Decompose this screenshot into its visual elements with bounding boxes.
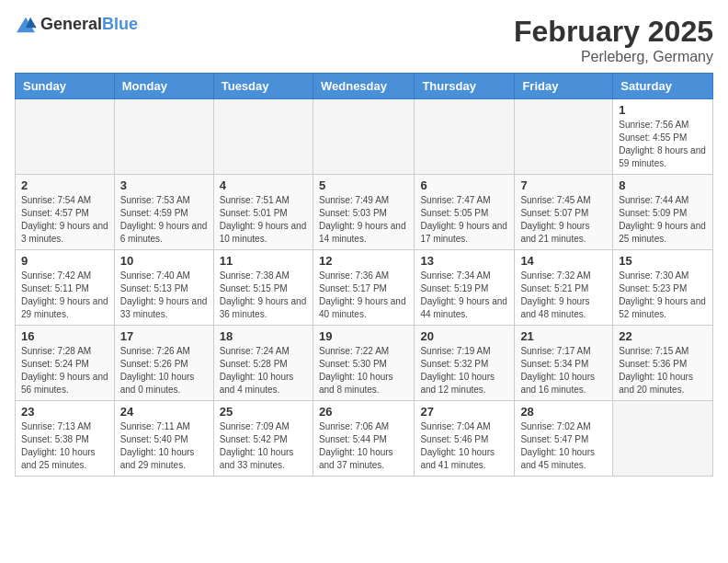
day-info: Sunrise: 7:34 AM Sunset: 5:19 PM Dayligh…: [420, 270, 508, 321]
calendar-cell: 21Sunrise: 7:17 AM Sunset: 5:34 PM Dayli…: [515, 326, 613, 401]
calendar-cell: [613, 401, 713, 477]
calendar-cell: [213, 99, 313, 175]
day-number: 15: [619, 254, 707, 268]
weekday-header-sunday: Sunday: [16, 74, 115, 99]
calendar-cell: 23Sunrise: 7:13 AM Sunset: 5:38 PM Dayli…: [16, 401, 115, 477]
day-number: 20: [420, 329, 508, 343]
day-number: 3: [120, 178, 208, 192]
logo-general-text: General: [40, 15, 102, 33]
week-row-5: 23Sunrise: 7:13 AM Sunset: 5:38 PM Dayli…: [16, 401, 713, 477]
day-info: Sunrise: 7:15 AM Sunset: 5:36 PM Dayligh…: [619, 345, 707, 396]
day-info: Sunrise: 7:09 AM Sunset: 5:42 PM Dayligh…: [220, 420, 307, 472]
month-title: February 2025: [514, 15, 713, 49]
day-info: Sunrise: 7:51 AM Sunset: 5:01 PM Dayligh…: [220, 194, 307, 246]
calendar-cell: 19Sunrise: 7:22 AM Sunset: 5:30 PM Dayli…: [313, 326, 414, 401]
day-number: 2: [21, 178, 108, 192]
calendar-cell: 7Sunrise: 7:45 AM Sunset: 5:07 PM Daylig…: [515, 175, 613, 250]
calendar-cell: [515, 99, 613, 175]
calendar-cell: 2Sunrise: 7:54 AM Sunset: 4:57 PM Daylig…: [16, 175, 115, 250]
calendar-cell: 10Sunrise: 7:40 AM Sunset: 5:13 PM Dayli…: [114, 250, 213, 326]
day-number: 26: [319, 405, 408, 419]
day-info: Sunrise: 7:19 AM Sunset: 5:32 PM Dayligh…: [420, 345, 508, 396]
day-info: Sunrise: 7:11 AM Sunset: 5:40 PM Dayligh…: [120, 420, 208, 472]
day-number: 19: [319, 329, 408, 343]
day-number: 17: [120, 329, 208, 343]
weekday-header-saturday: Saturday: [613, 74, 713, 99]
day-info: Sunrise: 7:30 AM Sunset: 5:23 PM Dayligh…: [619, 270, 707, 321]
logo-blue-text: Blue: [102, 15, 138, 33]
page-header: GeneralBlue February 2025 Perleberg, Ger…: [15, 15, 713, 65]
day-info: Sunrise: 7:13 AM Sunset: 5:38 PM Dayligh…: [21, 420, 108, 472]
day-info: Sunrise: 7:47 AM Sunset: 5:05 PM Dayligh…: [420, 194, 508, 246]
day-number: 11: [220, 254, 307, 268]
day-info: Sunrise: 7:04 AM Sunset: 5:46 PM Dayligh…: [420, 420, 508, 472]
location-title: Perleberg, Germany: [514, 49, 713, 65]
day-number: 5: [319, 178, 408, 192]
week-row-4: 16Sunrise: 7:28 AM Sunset: 5:24 PM Dayli…: [16, 326, 713, 401]
calendar-cell: 1Sunrise: 7:56 AM Sunset: 4:55 PM Daylig…: [613, 99, 713, 175]
day-info: Sunrise: 7:24 AM Sunset: 5:28 PM Dayligh…: [220, 345, 307, 396]
calendar-cell: [313, 99, 414, 175]
calendar-cell: 5Sunrise: 7:49 AM Sunset: 5:03 PM Daylig…: [313, 175, 414, 250]
day-number: 8: [619, 178, 707, 192]
day-number: 16: [21, 329, 108, 343]
day-info: Sunrise: 7:32 AM Sunset: 5:21 PM Dayligh…: [520, 270, 607, 321]
day-info: Sunrise: 7:36 AM Sunset: 5:17 PM Dayligh…: [319, 270, 408, 321]
calendar-cell: [415, 99, 515, 175]
day-info: Sunrise: 7:17 AM Sunset: 5:34 PM Dayligh…: [520, 345, 607, 396]
day-info: Sunrise: 7:45 AM Sunset: 5:07 PM Dayligh…: [520, 194, 607, 246]
calendar-cell: 6Sunrise: 7:47 AM Sunset: 5:05 PM Daylig…: [415, 175, 515, 250]
weekday-header-tuesday: Tuesday: [213, 74, 313, 99]
calendar-cell: 4Sunrise: 7:51 AM Sunset: 5:01 PM Daylig…: [213, 175, 313, 250]
calendar-cell: [114, 99, 213, 175]
day-info: Sunrise: 7:22 AM Sunset: 5:30 PM Dayligh…: [319, 345, 408, 396]
day-info: Sunrise: 7:56 AM Sunset: 4:55 PM Dayligh…: [619, 119, 707, 170]
calendar-cell: 18Sunrise: 7:24 AM Sunset: 5:28 PM Dayli…: [213, 326, 313, 401]
weekday-header-row: SundayMondayTuesdayWednesdayThursdayFrid…: [16, 74, 713, 99]
day-number: 14: [520, 254, 607, 268]
calendar-cell: 28Sunrise: 7:02 AM Sunset: 5:47 PM Dayli…: [515, 401, 613, 477]
calendar-cell: 27Sunrise: 7:04 AM Sunset: 5:46 PM Dayli…: [415, 401, 515, 477]
calendar-cell: 25Sunrise: 7:09 AM Sunset: 5:42 PM Dayli…: [213, 401, 313, 477]
day-number: 12: [319, 254, 408, 268]
calendar-cell: 3Sunrise: 7:53 AM Sunset: 4:59 PM Daylig…: [114, 175, 213, 250]
calendar-cell: 11Sunrise: 7:38 AM Sunset: 5:15 PM Dayli…: [213, 250, 313, 326]
week-row-3: 9Sunrise: 7:42 AM Sunset: 5:11 PM Daylig…: [16, 250, 713, 326]
calendar-cell: [16, 99, 115, 175]
day-info: Sunrise: 7:54 AM Sunset: 4:57 PM Dayligh…: [21, 194, 108, 246]
logo-icon: [15, 16, 37, 34]
calendar-table: SundayMondayTuesdayWednesdayThursdayFrid…: [15, 73, 713, 477]
calendar-cell: 16Sunrise: 7:28 AM Sunset: 5:24 PM Dayli…: [16, 326, 115, 401]
weekday-header-thursday: Thursday: [415, 74, 515, 99]
day-info: Sunrise: 7:38 AM Sunset: 5:15 PM Dayligh…: [220, 270, 307, 321]
calendar-cell: 17Sunrise: 7:26 AM Sunset: 5:26 PM Dayli…: [114, 326, 213, 401]
calendar-cell: 8Sunrise: 7:44 AM Sunset: 5:09 PM Daylig…: [613, 175, 713, 250]
day-info: Sunrise: 7:28 AM Sunset: 5:24 PM Dayligh…: [21, 345, 108, 396]
day-info: Sunrise: 7:53 AM Sunset: 4:59 PM Dayligh…: [120, 194, 208, 246]
day-info: Sunrise: 7:26 AM Sunset: 5:26 PM Dayligh…: [120, 345, 208, 396]
calendar-cell: 24Sunrise: 7:11 AM Sunset: 5:40 PM Dayli…: [114, 401, 213, 477]
calendar-cell: 20Sunrise: 7:19 AM Sunset: 5:32 PM Dayli…: [415, 326, 515, 401]
day-number: 4: [220, 178, 307, 192]
day-number: 1: [619, 103, 707, 117]
weekday-header-monday: Monday: [114, 74, 213, 99]
day-number: 10: [120, 254, 208, 268]
calendar-cell: 12Sunrise: 7:36 AM Sunset: 5:17 PM Dayli…: [313, 250, 414, 326]
day-number: 22: [619, 329, 707, 343]
day-number: 7: [520, 178, 607, 192]
weekday-header-friday: Friday: [515, 74, 613, 99]
calendar-cell: 14Sunrise: 7:32 AM Sunset: 5:21 PM Dayli…: [515, 250, 613, 326]
calendar-cell: 22Sunrise: 7:15 AM Sunset: 5:36 PM Dayli…: [613, 326, 713, 401]
day-number: 18: [220, 329, 307, 343]
title-area: February 2025 Perleberg, Germany: [514, 15, 713, 65]
week-row-2: 2Sunrise: 7:54 AM Sunset: 4:57 PM Daylig…: [16, 175, 713, 250]
calendar-cell: 13Sunrise: 7:34 AM Sunset: 5:19 PM Dayli…: [415, 250, 515, 326]
day-number: 6: [420, 178, 508, 192]
weekday-header-wednesday: Wednesday: [313, 74, 414, 99]
day-info: Sunrise: 7:06 AM Sunset: 5:44 PM Dayligh…: [319, 420, 408, 472]
day-number: 21: [520, 329, 607, 343]
logo: GeneralBlue: [15, 15, 138, 34]
day-info: Sunrise: 7:02 AM Sunset: 5:47 PM Dayligh…: [520, 420, 607, 472]
day-number: 9: [21, 254, 108, 268]
day-number: 23: [21, 405, 108, 419]
